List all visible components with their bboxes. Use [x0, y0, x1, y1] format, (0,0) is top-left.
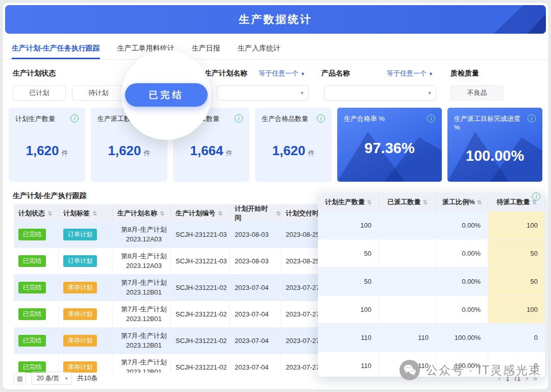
page-header: 生产数据统计 — [5, 5, 546, 34]
page-title: 生产数据统计 — [239, 12, 312, 27]
chevron-down-icon: ▾ — [300, 89, 304, 96]
column-header-start-date: 计划开始时间⇅ — [230, 204, 281, 223]
dispatch-ratio-cell: 0.00% — [436, 239, 488, 267]
kpi-planned-production-qty: 计划生产数量i 1,620件 — [9, 108, 85, 182]
page-size-value: 20 条/页 — [37, 374, 59, 383]
plan-code-cell: SCJH-231221-03 — [171, 248, 230, 274]
info-icon[interactable]: i — [235, 114, 243, 122]
column-label: 生产计划名称 — [117, 209, 157, 218]
quality-option-defective-button[interactable]: 不良品 — [450, 85, 504, 101]
dispatched-qty-cell — [379, 296, 436, 323]
sort-icon[interactable]: ⇅ — [276, 210, 281, 217]
start-date-cell: 2023-07-04 — [230, 354, 281, 373]
dispatch-ratio-cell: 0.00% — [436, 267, 488, 295]
panel-row[interactable]: 100 0.00% 100 — [318, 211, 545, 239]
sort-icon[interactable]: ⇅ — [422, 199, 427, 206]
plan-code-cell: SCJH-231221-02 — [171, 354, 230, 373]
kpi-value: 1,620 — [108, 143, 141, 158]
page-size-select[interactable]: 20 条/页▾ — [31, 372, 72, 385]
info-icon[interactable]: i — [317, 114, 325, 122]
start-date-cell: 2023-07-04 — [230, 301, 281, 327]
plan-code-cell: SCJH-231221-02 — [171, 275, 230, 301]
panel-row[interactable]: 110 110 100.00% 0 — [318, 352, 545, 377]
sort-icon[interactable]: ⇅ — [218, 210, 222, 217]
dispatched-qty-cell — [379, 239, 436, 267]
tab-production-inbound-stats[interactable]: 生产入库统计 — [238, 37, 281, 59]
kpi-title: 生产合格品数量 — [262, 114, 308, 124]
panel-row[interactable]: 110 110 100.00% 0 — [318, 324, 545, 352]
section-title: 生产计划-生产执行跟踪 — [13, 191, 87, 201]
status-badge: 已完结 — [18, 335, 46, 347]
column-label: 待派工数量 — [496, 198, 530, 207]
column-label: 计划生产数量 — [325, 198, 365, 207]
column-header-tag: 计划标签⇅ — [59, 204, 113, 223]
plan-code-cell: SCJH-231221-03 — [171, 222, 230, 248]
planned-qty-cell: 110 — [318, 352, 379, 377]
kpi-dispatch-target-progress: 生产派工目标完成进度 %i 100.00% — [447, 108, 542, 182]
panel-row[interactable]: 50 0.00% 50 — [318, 267, 545, 296]
dispatch-ratio-cell: 100.00% — [436, 324, 488, 351]
total-count-label: 共10条 — [77, 374, 97, 383]
info-icon[interactable]: i — [427, 114, 435, 122]
plan-name-select[interactable]: ▾ — [217, 85, 309, 101]
column-label: 派工比例% — [442, 198, 475, 207]
kpi-title: 生产派工目标完成进度 % — [454, 114, 528, 131]
pending-qty-cell: 100 — [488, 296, 545, 323]
column-settings-icon[interactable]: ▦ — [14, 372, 26, 384]
tab-production-plan-tracking[interactable]: 生产计划-生产任务执行跟踪 — [12, 37, 100, 59]
start-date-cell: 2023-08-03 — [230, 248, 281, 274]
tab-bar: 生产计划-生产任务执行跟踪 生产工单用料统计 生产日报 生产入库统计 — [3, 37, 548, 60]
tag-badge: 库存计划 — [63, 335, 97, 347]
sort-icon[interactable]: ⇅ — [477, 199, 482, 206]
pending-qty-cell: 50 — [488, 267, 545, 295]
tag-badge: 库存计划 — [63, 308, 97, 320]
kpi-value: 97.36% — [364, 140, 414, 156]
kpi-unit: 件 — [226, 149, 233, 157]
kpi-value: 1,620 — [272, 143, 305, 158]
kpi-value: 100.00% — [466, 148, 524, 164]
sort-icon[interactable]: ⇅ — [367, 199, 371, 206]
dispatched-qty-cell — [379, 211, 436, 239]
kpi-card-row: 计划生产数量i 1,620件 生产派工数量i 1,620件 生产报工数量i 1,… — [9, 108, 542, 182]
tab-production-daily-report[interactable]: 生产日报 — [192, 37, 220, 59]
chevron-down-icon: ▾ — [428, 89, 431, 96]
kpi-value: 1,664 — [190, 143, 223, 158]
product-name-operator-dropdown[interactable]: 等于任意一个▼ — [387, 69, 433, 78]
panel-body: 100 0.00% 100 50 0.00% 50 50 0.00% 50 10… — [318, 211, 545, 377]
info-icon[interactable]: i — [528, 114, 536, 122]
planned-qty-cell: 100 — [318, 296, 379, 323]
plan-code-cell: SCJH-231221-02 — [171, 328, 230, 354]
sort-icon[interactable]: ⇅ — [47, 210, 52, 217]
status-option-completed-button[interactable]: 已完结 — [125, 83, 208, 107]
plan-name-cell: 第7月-生产计划2023.12B01 — [113, 275, 171, 301]
product-name-select[interactable]: ▾ — [324, 85, 436, 101]
status-badge: 已完结 — [18, 282, 46, 293]
kpi-pass-rate: 生产合格率 %i 97.36% — [337, 108, 442, 182]
operator-label: 等于任意一个 — [387, 69, 427, 77]
quality-label: 质检质量 — [450, 69, 479, 78]
plan-name-operator-dropdown[interactable]: 等于任意一个▼ — [259, 69, 305, 78]
tag-badge: 订单计划 — [63, 255, 97, 267]
sort-icon[interactable]: ⇅ — [92, 210, 97, 217]
plan-name-cell: 第7月-生产计划2023.12B01 — [113, 328, 171, 354]
pending-qty-cell: 100 — [488, 211, 545, 239]
dispatch-ratio-cell: 0.00% — [436, 296, 488, 323]
product-name-label: 产品名称 — [321, 69, 350, 78]
column-header-plan-code: 生产计划编号⇅ — [171, 204, 230, 223]
section-info-icon[interactable]: i — [532, 192, 540, 201]
planned-qty-cell: 50 — [318, 267, 379, 295]
dispatched-qty-cell: 110 — [379, 352, 436, 377]
column-label: 计划状态 — [18, 209, 45, 218]
info-icon[interactable]: i — [70, 114, 79, 122]
pending-qty-cell: 50 — [488, 239, 545, 267]
column-header-planned-qty: 计划生产数量⇅ — [318, 193, 379, 211]
panel-row[interactable]: 50 0.00% 50 — [318, 239, 545, 267]
chevron-down-icon: ▾ — [65, 375, 68, 382]
planned-qty-cell: 50 — [318, 239, 379, 267]
status-option-planned-button[interactable]: 已计划 — [13, 85, 66, 101]
start-date-cell: 2023-08-03 — [230, 222, 281, 248]
status-option-pending-button[interactable]: 待计划 — [72, 85, 125, 101]
column-header-plan-name: 生产计划名称⇅ — [113, 204, 171, 223]
panel-row[interactable]: 100 0.00% 100 — [318, 296, 545, 324]
sort-icon[interactable]: ⇅ — [160, 210, 164, 217]
